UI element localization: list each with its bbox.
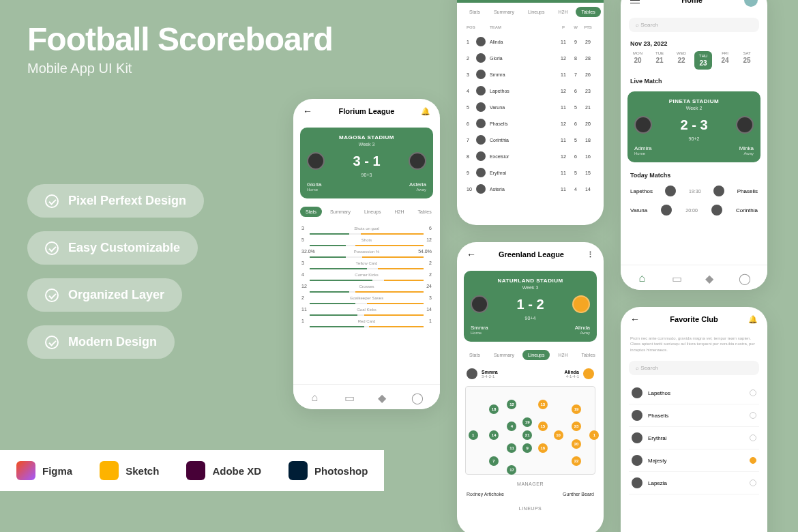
player-marker[interactable]: 14	[489, 430, 499, 440]
club-row[interactable]: Phaselis	[629, 404, 759, 427]
radio-icon[interactable]	[750, 457, 756, 464]
radio-icon[interactable]	[750, 479, 756, 486]
tab-summary[interactable]: Summary	[488, 7, 520, 17]
tab-stats[interactable]: Stats	[464, 7, 486, 17]
player-marker[interactable]: 23	[572, 422, 581, 431]
player-marker[interactable]: 1	[469, 430, 478, 440]
search-input[interactable]: ⌕ Search	[629, 18, 759, 32]
live-match-card[interactable]: PINETA STADIUM Week 2 2 - 3 90+2 AdmiraH…	[627, 91, 760, 162]
table-row[interactable]: 9Erythrai11515	[457, 164, 604, 181]
standings-table: 1Alinda119292Gloria128283Smmra117264Lape…	[457, 33, 604, 197]
away-team-avatar[interactable]	[572, 295, 590, 313]
player-marker[interactable]: 17	[507, 465, 516, 475]
table-row[interactable]: 10Asteria11414	[457, 181, 604, 197]
back-icon[interactable]: ←	[630, 314, 640, 325]
figma-icon	[16, 461, 35, 480]
tab-lineups[interactable]: Lineups	[359, 207, 387, 217]
table-row[interactable]: 6Phaselis12620	[457, 115, 604, 132]
player-marker[interactable]: 20	[572, 439, 581, 449]
radio-icon[interactable]	[750, 412, 756, 419]
day-option[interactable]: FRI24	[716, 51, 734, 70]
player-marker[interactable]: 16	[538, 443, 548, 453]
tab-tables[interactable]: Tables	[576, 350, 600, 360]
club-row[interactable]: Lapethos	[629, 382, 759, 404]
more-icon[interactable]: ⋮	[587, 250, 594, 259]
away-team-avatar[interactable]	[409, 152, 426, 170]
tab-lineups[interactable]: Lineups	[522, 7, 550, 17]
club-row[interactable]: Erythrai	[629, 427, 759, 449]
player-marker[interactable]: 9	[522, 443, 532, 453]
bottom-nav: ⌂ ▭ ◆ ◯	[293, 384, 440, 409]
away-badge	[583, 368, 594, 379]
profile-icon[interactable]: ◯	[739, 272, 750, 283]
day-option[interactable]: MON20	[629, 51, 647, 70]
profile-icon[interactable]: ◯	[411, 391, 422, 402]
tab-h2h[interactable]: H2H	[552, 7, 573, 17]
lineups-label: LINEUPS	[457, 502, 604, 515]
alerts-icon[interactable]: ◆	[378, 391, 389, 402]
tab-lineups[interactable]: Lineups	[522, 350, 550, 360]
page-title: Greenland League	[499, 250, 564, 258]
tab-stats[interactable]: Stats	[300, 207, 322, 217]
stadium-name: MAGOSA STADIUM	[307, 134, 426, 141]
stat-row: 11Goal Kicks14	[301, 305, 432, 314]
player-marker[interactable]: 21	[522, 430, 532, 440]
tab-stats[interactable]: Stats	[464, 350, 486, 360]
day-option[interactable]: TUE21	[651, 51, 668, 70]
table-row[interactable]: 5Varuna11521	[457, 99, 604, 115]
tab-h2h[interactable]: H2H	[552, 350, 573, 360]
table-row[interactable]: 4Lapethos12623	[457, 83, 604, 99]
club-row[interactable]: Lapezla	[629, 472, 759, 494]
club-row[interactable]: Majesty	[629, 449, 759, 472]
day-option[interactable]: WED22	[673, 51, 690, 70]
tab-tables[interactable]: Tables	[576, 7, 600, 17]
player-marker[interactable]: 7	[489, 456, 499, 466]
manager-label: MANAGER	[457, 477, 604, 490]
home-team-avatar[interactable]	[471, 295, 488, 313]
table-row[interactable]: 8Excelsior12616	[457, 148, 604, 164]
tab-tables[interactable]: Tables	[412, 207, 437, 217]
back-icon[interactable]: ←	[467, 249, 476, 260]
menu-icon[interactable]	[630, 0, 640, 3]
radio-icon[interactable]	[750, 389, 756, 396]
table-row[interactable]: 2Gloria12828	[457, 50, 604, 66]
calendar-icon[interactable]: ▭	[672, 272, 683, 283]
player-marker[interactable]: 4	[507, 422, 516, 431]
calendar-icon[interactable]: ▭	[344, 391, 355, 402]
home-icon[interactable]: ⌂	[311, 391, 322, 402]
day-option[interactable]: THU23	[694, 51, 712, 70]
search-input[interactable]: ⌕ Search	[629, 361, 759, 375]
player-marker[interactable]: 22	[572, 456, 581, 466]
player-marker[interactable]: 13	[538, 400, 548, 409]
home-icon[interactable]: ⌂	[638, 272, 649, 283]
match-row[interactable]: Varuna20:00Corinthia	[621, 201, 767, 220]
bell-icon[interactable]: 🔔	[421, 107, 430, 116]
player-marker[interactable]: 18	[489, 404, 499, 414]
player-marker[interactable]: 1	[589, 430, 599, 440]
player-marker[interactable]: 19	[522, 417, 532, 427]
player-marker[interactable]: 11	[507, 443, 516, 453]
screen-home: Home ⌕ Search Nov 23, 2022 MON20TUE21WED…	[621, 0, 767, 290]
player-marker[interactable]: 19	[572, 404, 581, 414]
player-marker[interactable]: 12	[507, 400, 516, 409]
tool-sketch: Sketch	[100, 461, 159, 480]
stat-row: 3Shots on goal6	[301, 224, 432, 233]
player-marker[interactable]: 10	[554, 430, 563, 440]
home-team-avatar[interactable]	[307, 152, 325, 170]
home-team-avatar	[634, 116, 652, 134]
match-row[interactable]: Lapethos19:30Phaselis	[621, 181, 767, 201]
bell-icon[interactable]: 🔔	[748, 315, 758, 324]
player-marker[interactable]: 15	[538, 422, 548, 431]
alerts-icon[interactable]: ◆	[705, 272, 716, 283]
back-icon[interactable]: ←	[303, 106, 312, 117]
stat-row: 12Crosses24	[301, 282, 432, 291]
table-row[interactable]: 7Corinthia11518	[457, 132, 604, 148]
day-option[interactable]: SAT25	[738, 51, 756, 70]
tab-h2h[interactable]: H2H	[389, 207, 409, 217]
radio-icon[interactable]	[750, 434, 756, 441]
table-row[interactable]: 1Alinda11929	[457, 33, 604, 50]
user-avatar[interactable]	[744, 0, 758, 7]
tab-summary[interactable]: Summary	[488, 350, 520, 360]
tab-summary[interactable]: Summary	[325, 207, 356, 217]
table-row[interactable]: 3Smmra11726	[457, 66, 604, 83]
